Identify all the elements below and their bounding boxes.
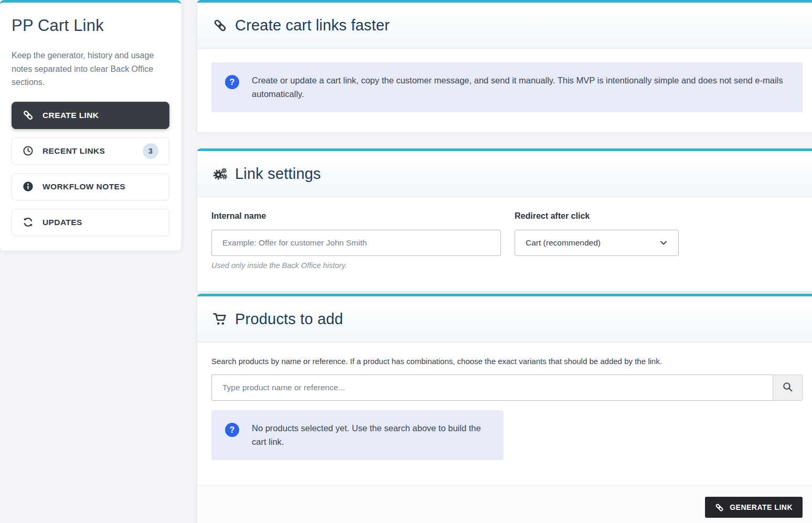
link-settings-header: Link settings — [197, 151, 812, 197]
sidebar-item-workflow-notes[interactable]: WORKFLOW NOTES — [12, 173, 169, 200]
generate-link-button[interactable]: GENERATE LINK — [705, 497, 803, 518]
product-search-input[interactable] — [211, 375, 773, 401]
sidebar-item-updates[interactable]: UPDATES — [12, 209, 169, 236]
no-products-alert-text: No products selected yet. Use the search… — [252, 422, 490, 449]
search-icon — [782, 381, 793, 394]
product-search-group — [211, 375, 803, 401]
sidebar: PP Cart Link Keep the generator, history… — [0, 0, 181, 251]
link-icon — [715, 503, 724, 512]
sidebar-item-label: CREATE LINK — [42, 111, 99, 120]
sidebar-item-label: UPDATES — [42, 218, 82, 227]
intro-alert-text: Create or update a cart link, copy the c… — [252, 74, 789, 101]
redirect-select[interactable]: Cart (recommended) — [515, 230, 679, 256]
generate-link-label: GENERATE LINK — [730, 503, 793, 511]
sync-icon — [23, 217, 34, 228]
clock-icon — [23, 145, 34, 156]
intro-card: Create cart links faster ? Create or upd… — [197, 0, 812, 133]
question-icon: ? — [225, 75, 239, 89]
intro-card-header: Create cart links faster — [197, 3, 812, 49]
internal-name-input[interactable] — [211, 230, 501, 256]
sidebar-item-create-link[interactable]: CREATE LINK — [12, 102, 169, 129]
internal-name-label: Internal name — [211, 211, 501, 221]
sidebar-item-label: RECENT LINKS — [42, 146, 105, 156]
chevron-down-icon — [659, 239, 668, 247]
shopping-cart-icon — [213, 312, 227, 326]
link-icon — [213, 18, 227, 33]
link-settings-card: Link settings Internal name Used only in… — [197, 148, 812, 292]
no-products-alert: ? No products selected yet. Use the sear… — [211, 410, 504, 460]
gears-icon — [213, 167, 227, 181]
intro-info-alert: ? Create or update a cart link, copy the… — [211, 62, 803, 112]
products-footer: GENERATE LINK — [197, 485, 812, 523]
module-title: PP Cart Link — [12, 16, 169, 35]
sidebar-item-recent-links[interactable]: RECENT LINKS 3 — [12, 137, 169, 165]
products-body: Search products by name or reference. If… — [197, 343, 812, 460]
link-settings-form: Internal name Used only inside the Back … — [197, 197, 812, 284]
recent-links-count-badge: 3 — [143, 143, 158, 159]
question-icon: ? — [225, 423, 239, 437]
internal-name-help: Used only inside the Back Office history… — [211, 261, 501, 270]
products-card: Products to add Search products by name … — [197, 294, 812, 523]
product-search-button[interactable] — [773, 375, 803, 401]
product-search-hint: Search products by name or reference. If… — [211, 357, 803, 366]
link-icon — [23, 110, 34, 121]
products-header: Products to add — [197, 296, 812, 343]
section-title-link-settings: Link settings — [235, 165, 321, 183]
redirect-label: Redirect after click — [515, 211, 679, 221]
module-description: Keep the generator, history and usage no… — [12, 49, 169, 89]
info-icon — [23, 181, 34, 192]
section-title-products: Products to add — [235, 311, 343, 328]
redirect-selected-value: Cart (recommended) — [526, 238, 601, 248]
page-title: Create cart links faster — [235, 17, 390, 34]
sidebar-item-label: WORKFLOW NOTES — [42, 182, 125, 191]
